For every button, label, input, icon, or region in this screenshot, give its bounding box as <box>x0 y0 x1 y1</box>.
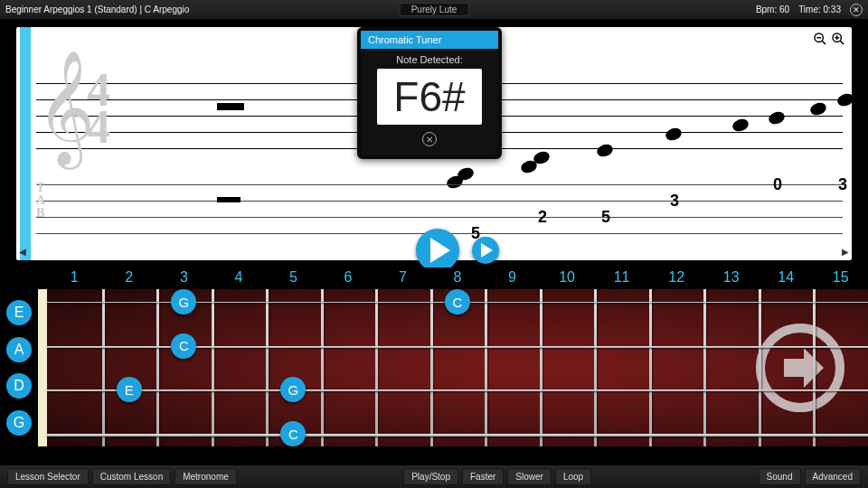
fret-number: 5 <box>289 269 297 286</box>
tuner-detected-note: F6# <box>377 69 482 125</box>
zoom-in-icon[interactable] <box>830 31 846 47</box>
tab-number: 3 <box>670 192 679 211</box>
fret-wire <box>266 289 269 446</box>
fret-number: 10 <box>559 269 575 286</box>
notation-area: 𝄞 4 4 <box>0 20 868 267</box>
fret-number: 4 <box>234 269 242 286</box>
footer-button-slower[interactable]: Slower <box>507 468 552 485</box>
tab-staff: T A B 525303 <box>36 184 843 233</box>
fret-number: 15 <box>833 269 849 286</box>
tuner-subtitle: Note Detected: <box>361 54 498 65</box>
fret-wire <box>594 289 597 446</box>
footer-button-advanced[interactable]: Advanced <box>805 468 861 485</box>
footer-button-custom-lesson[interactable]: Custom Lesson <box>92 468 171 485</box>
scroll-left-icon[interactable]: ◀ <box>19 247 26 257</box>
open-string-note[interactable]: A <box>6 337 32 362</box>
tuner-title: Chromatic Tuner <box>361 31 498 49</box>
fret-wire <box>430 289 433 446</box>
fret-number: 2 <box>125 269 133 286</box>
fret-wire <box>321 289 324 446</box>
fret-wire <box>485 289 487 446</box>
fret-number: 11 <box>614 269 630 286</box>
fret-number-row: 123456789101112131415 <box>0 267 868 289</box>
fretboard-note[interactable]: C <box>171 333 196 359</box>
note <box>808 100 827 117</box>
fretboard-note[interactable]: C <box>445 289 470 314</box>
fret-number: 13 <box>723 269 740 286</box>
fret-wire <box>212 289 214 446</box>
tab-number: 2 <box>538 208 547 227</box>
fret-wire <box>813 289 816 446</box>
footer-button-sound[interactable]: Sound <box>759 468 801 485</box>
note <box>731 117 750 133</box>
fret-number: 12 <box>668 269 684 286</box>
tab-rest <box>217 197 241 202</box>
bottom-toolbar: Lesson SelectorCustom LessonMetronome Pl… <box>0 465 868 488</box>
string <box>47 346 868 348</box>
fretboard-note[interactable]: G <box>171 289 196 314</box>
footer-button-faster[interactable]: Faster <box>462 468 504 485</box>
footer-button-play-stop[interactable]: Play/Stop <box>403 468 458 485</box>
tab-letter: A <box>36 195 45 207</box>
fret-number: 14 <box>778 269 794 286</box>
tab-letter: B <box>36 208 44 220</box>
fret-number: 6 <box>344 269 352 286</box>
time-label: Time: 0:33 <box>798 5 841 14</box>
footer-button-loop[interactable]: Loop <box>555 468 591 485</box>
string <box>47 434 868 436</box>
tuner-panel[interactable]: Chromatic Tuner Note Detected: F6# ✕ <box>357 27 502 159</box>
svg-line-1 <box>822 41 826 44</box>
svg-line-4 <box>840 41 844 44</box>
tuner-close-icon[interactable]: ✕ <box>422 132 437 146</box>
close-icon[interactable]: ✕ <box>850 4 863 16</box>
open-string-note[interactable]: D <box>6 373 32 399</box>
fret-wire <box>649 289 652 446</box>
fret-wire <box>540 289 542 446</box>
tab-number: 5 <box>601 208 610 227</box>
fretboard-note[interactable]: C <box>280 421 306 446</box>
fret-number: 7 <box>399 269 407 286</box>
fret-number: 3 <box>180 269 188 286</box>
open-string-note[interactable]: G <box>6 410 32 436</box>
fret-wire <box>703 289 706 446</box>
playhead-marker <box>20 27 31 260</box>
fret-number: 1 <box>71 269 79 286</box>
note <box>767 109 786 126</box>
nut <box>38 289 47 446</box>
tab-number: 3 <box>838 175 847 194</box>
note <box>835 91 852 108</box>
fretboard-note[interactable]: G <box>280 377 306 402</box>
bpm-label: Bpm: 60 <box>756 5 789 14</box>
scroll-right-icon[interactable]: ▶ <box>842 247 849 257</box>
time-signature: 4 4 <box>87 72 110 145</box>
fret-wire <box>759 289 761 446</box>
string <box>47 389 868 391</box>
tab-letter: T <box>36 183 44 194</box>
zoom-out-icon[interactable] <box>812 31 828 47</box>
advance-icon[interactable] <box>755 323 845 413</box>
open-string-note[interactable]: E <box>6 300 32 325</box>
fret-wire <box>156 289 159 446</box>
note <box>595 142 614 158</box>
brand-pill: Purely Lute <box>400 3 469 16</box>
tab-number: 0 <box>773 175 782 194</box>
play-button[interactable] <box>416 229 459 272</box>
fret-number: 9 <box>508 269 516 286</box>
play-slow-button[interactable] <box>472 237 499 264</box>
note <box>664 126 683 142</box>
fret-number: 8 <box>454 269 462 286</box>
fret-wire <box>375 289 378 446</box>
breadcrumb: Beginner Arpeggios 1 (Standard) | C Arpe… <box>5 5 189 14</box>
footer-button-metronome[interactable]: Metronome <box>175 468 237 485</box>
footer-button-lesson-selector[interactable]: Lesson Selector <box>7 468 89 485</box>
rest-marker <box>217 103 244 110</box>
fretboard-note[interactable]: E <box>117 377 142 402</box>
top-bar: Beginner Arpeggios 1 (Standard) | C Arpe… <box>0 0 868 20</box>
fret-wire <box>102 289 105 446</box>
fretboard[interactable]: EADG GCCEGC <box>0 289 868 446</box>
